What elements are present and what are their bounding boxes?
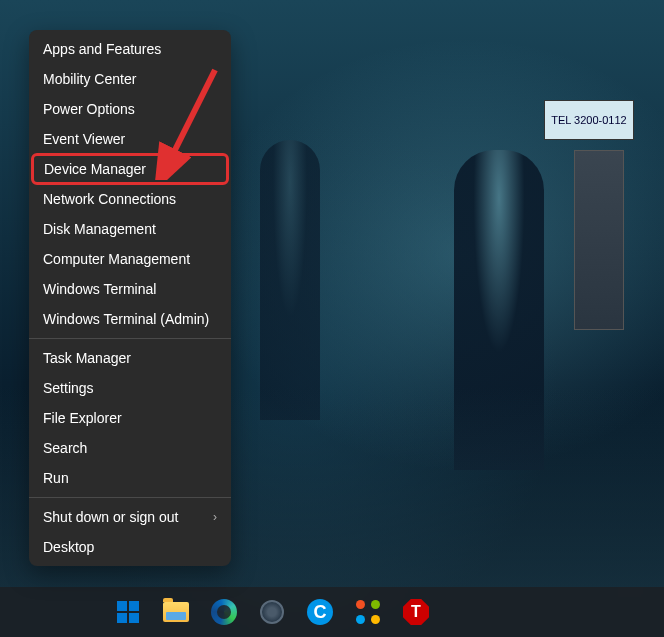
file-explorer-button[interactable] bbox=[156, 592, 196, 632]
settings-gear-icon bbox=[260, 600, 284, 624]
menu-apps-and-features[interactable]: Apps and Features bbox=[29, 34, 231, 64]
chevron-right-icon: › bbox=[213, 510, 217, 524]
menu-item-label: Apps and Features bbox=[43, 41, 161, 57]
menu-event-viewer[interactable]: Event Viewer bbox=[29, 124, 231, 154]
winx-context-menu: Apps and FeaturesMobility CenterPower Op… bbox=[29, 30, 231, 566]
menu-item-label: Settings bbox=[43, 380, 94, 396]
bg-sign: TEL 3200-0112 bbox=[544, 100, 634, 140]
apps-button[interactable] bbox=[348, 592, 388, 632]
menu-windows-terminal-admin[interactable]: Windows Terminal (Admin) bbox=[29, 304, 231, 334]
menu-settings[interactable]: Settings bbox=[29, 373, 231, 403]
menu-item-label: Run bbox=[43, 470, 69, 486]
menu-windows-terminal[interactable]: Windows Terminal bbox=[29, 274, 231, 304]
menu-computer-management[interactable]: Computer Management bbox=[29, 244, 231, 274]
menu-item-label: Network Connections bbox=[43, 191, 176, 207]
menu-item-label: Computer Management bbox=[43, 251, 190, 267]
bg-figure-2 bbox=[260, 140, 320, 420]
menu-item-label: Windows Terminal (Admin) bbox=[43, 311, 209, 327]
menu-separator bbox=[29, 338, 231, 339]
menu-desktop[interactable]: Desktop bbox=[29, 532, 231, 562]
menu-item-label: Task Manager bbox=[43, 350, 131, 366]
menu-task-manager[interactable]: Task Manager bbox=[29, 343, 231, 373]
apps-grid-icon bbox=[356, 600, 380, 624]
menu-disk-management[interactable]: Disk Management bbox=[29, 214, 231, 244]
menu-search[interactable]: Search bbox=[29, 433, 231, 463]
menu-run[interactable]: Run bbox=[29, 463, 231, 493]
stop-sign-icon: T bbox=[403, 599, 429, 625]
menu-item-label: Windows Terminal bbox=[43, 281, 156, 297]
menu-network-connections[interactable]: Network Connections bbox=[29, 184, 231, 214]
taskbar: CT bbox=[0, 587, 664, 637]
cortana-button[interactable]: C bbox=[300, 592, 340, 632]
edge-browser-icon bbox=[211, 599, 237, 625]
menu-item-label: File Explorer bbox=[43, 410, 122, 426]
settings-button[interactable] bbox=[252, 592, 292, 632]
menu-item-label: Search bbox=[43, 440, 87, 456]
folder-icon bbox=[163, 602, 189, 622]
menu-file-explorer[interactable]: File Explorer bbox=[29, 403, 231, 433]
menu-item-label: Disk Management bbox=[43, 221, 156, 237]
windows-start-icon bbox=[117, 601, 139, 623]
menu-item-label: Shut down or sign out bbox=[43, 509, 178, 525]
menu-item-label: Power Options bbox=[43, 101, 135, 117]
menu-separator bbox=[29, 497, 231, 498]
menu-item-label: Desktop bbox=[43, 539, 94, 555]
menu-mobility-center[interactable]: Mobility Center bbox=[29, 64, 231, 94]
start-button[interactable] bbox=[108, 592, 148, 632]
stop-app-button[interactable]: T bbox=[396, 592, 436, 632]
menu-shutdown-signout[interactable]: Shut down or sign out› bbox=[29, 502, 231, 532]
menu-power-options[interactable]: Power Options bbox=[29, 94, 231, 124]
menu-item-label: Mobility Center bbox=[43, 71, 136, 87]
edge-button[interactable] bbox=[204, 592, 244, 632]
menu-item-label: Device Manager bbox=[44, 161, 146, 177]
menu-item-label: Event Viewer bbox=[43, 131, 125, 147]
bg-sign-vertical bbox=[574, 150, 624, 330]
menu-device-manager[interactable]: Device Manager bbox=[31, 153, 229, 185]
c-app-icon: C bbox=[307, 599, 333, 625]
